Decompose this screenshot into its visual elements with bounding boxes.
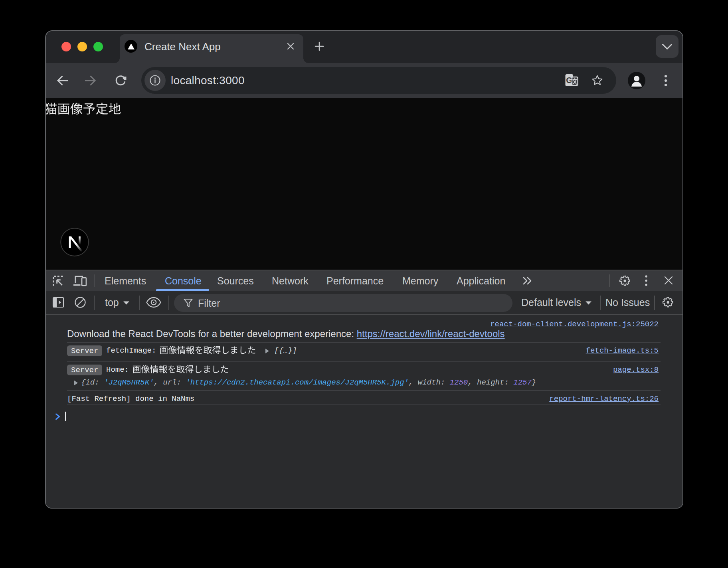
svg-text:G: G bbox=[566, 76, 572, 85]
